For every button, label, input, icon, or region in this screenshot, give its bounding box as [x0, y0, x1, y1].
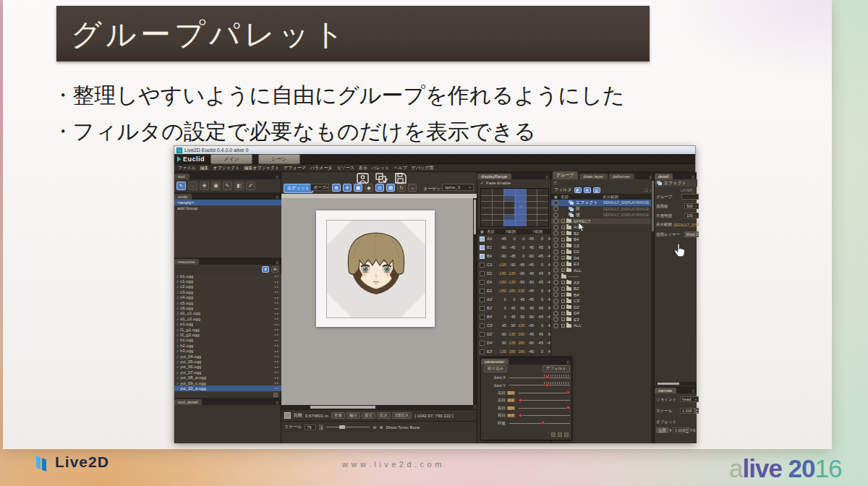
tool-icon[interactable]: ▣: [211, 182, 221, 190]
range-checkbox[interactable]: [480, 341, 485, 346]
resource-row[interactable]: ♪ yui_06.ogg ●●: [174, 364, 281, 370]
slider-handle[interactable]: [545, 375, 549, 379]
range-checkbox[interactable]: [480, 236, 485, 242]
tool-icon[interactable]: ↖: [176, 182, 186, 190]
add-group-icon[interactable]: ❏: [644, 187, 647, 192]
menu-item[interactable]: ヘルプ: [393, 165, 407, 171]
group-tree-row[interactable]: + E3: [551, 261, 652, 268]
display-range-row[interactable]: C3' 45 90 135 -45 0 45: [477, 321, 551, 330]
menu-item[interactable]: ファイル: [178, 165, 196, 171]
tab-scene[interactable]: シーン: [258, 154, 300, 164]
menu-item[interactable]: デフォーマ: [284, 165, 306, 171]
resource-row[interactable]: ♪ b1.ogg ●●: [174, 273, 281, 278]
panel-menu-icon[interactable]: ≡: [276, 175, 278, 179]
save-icon[interactable]: [394, 173, 407, 184]
tab-tool-detail[interactable]: tool_detail: [174, 399, 202, 405]
model-canvas[interactable]: [281, 198, 473, 405]
visibility-eye-icon[interactable]: [553, 304, 558, 310]
canvas-zoom-button[interactable]: 縮小: [346, 412, 360, 419]
menu-item[interactable]: パラメータ: [310, 165, 333, 171]
undo-list-item[interactable]: add Group: [174, 205, 281, 211]
menu-item[interactable]: パレット: [372, 165, 390, 171]
resource-row[interactable]: ♪ c6.ogg ●●: [174, 305, 281, 310]
group-tree-row[interactable]: + 後 DEFAULT_DISPLAYRANGE: [551, 212, 652, 218]
parameter-slider[interactable]: [509, 378, 570, 378]
display-range-row[interactable]: B4 -90 -45 0 -90 -45 -45: [477, 252, 551, 260]
group-tree-row[interactable]: + B4: [551, 236, 652, 243]
default-button[interactable]: デフォルト: [542, 365, 570, 372]
position-button[interactable]: 位置: [656, 427, 668, 433]
tab-parameter[interactable]: parameter: [481, 359, 509, 364]
toolbar-icon-button[interactable]: ⊕: [332, 184, 341, 192]
range-checkbox[interactable]: [480, 297, 485, 302]
filter-toggle-3[interactable]: ▤: [593, 187, 600, 193]
folder-icon[interactable]: [558, 432, 562, 437]
filter-toggle-2[interactable]: ⊞: [584, 187, 591, 193]
resource-row[interactable]: ♪ yui_04.ogg ●●: [174, 354, 281, 359]
narrow-down-button[interactable]: 絞り込み: [484, 365, 507, 372]
display-range-row[interactable]: D4' 90 135 180 -90 -45 -45: [477, 338, 551, 347]
menu-item[interactable]: 編集: [200, 165, 209, 171]
parameter-slider[interactable]: [509, 423, 570, 424]
range-link[interactable]: DEFAULT_DISPLA: [673, 223, 699, 227]
display-range-row[interactable]: D2 -180 -135 -90 45 45 90: [477, 269, 551, 278]
tab-detail[interactable]: detail: [655, 174, 673, 179]
range-grid-cell[interactable]: [503, 195, 514, 202]
visibility-eye-icon[interactable]: [553, 299, 558, 304]
display-range-row[interactable]: E3 -180 -180 -135 -45 0 45: [477, 286, 551, 295]
tool-icon[interactable]: ✐: [246, 182, 255, 190]
toolbar-icon-button[interactable]: ◆: [365, 184, 373, 192]
visibility-eye-icon[interactable]: [553, 268, 558, 273]
group-tree-row[interactable]: + E3': [551, 317, 652, 323]
edit-mode-button[interactable]: エディット: [284, 184, 313, 193]
tab-undo[interactable]: undo: [174, 194, 192, 200]
visibility-eye-icon[interactable]: [553, 225, 558, 230]
visibility-eye-icon[interactable]: [553, 250, 558, 255]
trash-icon[interactable]: [273, 393, 278, 397]
expander-icon[interactable]: +: [561, 293, 565, 297]
toolbar-icon-button[interactable]: ⊙: [375, 184, 384, 192]
range-checkbox[interactable]: [480, 323, 485, 328]
range-grid-cell[interactable]: [514, 201, 525, 208]
display-range-row[interactable]: C3 -135 -90 -45 -45 0 45: [477, 260, 551, 269]
expander-icon[interactable]: +: [561, 299, 565, 303]
group-tree-row[interactable]: + エフェクト DEFAULT_DISPLAYRANGE: [551, 200, 652, 206]
visibility-eye-icon[interactable]: [553, 274, 558, 279]
parameter-slider[interactable]: [519, 408, 570, 409]
canvas-zoom-button[interactable]: 原寸: [362, 412, 375, 419]
range-checkbox[interactable]: [480, 245, 485, 250]
list-view-button[interactable]: ≣: [262, 266, 269, 273]
tab-draw-layer[interactable]: draw layer: [579, 174, 608, 179]
scale-slider-thumb[interactable]: [339, 425, 345, 429]
undo-list-item[interactable]: <empty>: [174, 200, 281, 205]
parameter-row[interactable]: 右目 開閉: [481, 404, 573, 412]
model-icon[interactable]: [357, 173, 369, 184]
panel-menu-icon[interactable]: ≡: [276, 401, 278, 405]
tab-group[interactable]: グループ: [553, 171, 578, 179]
group-tree-row[interactable]: + 前 DEFAULT_DISPLAYRANGE: [551, 206, 652, 213]
visibility-eye-icon[interactable]: [553, 206, 558, 211]
canvas-scale-input[interactable]: 1.000: [680, 408, 694, 414]
display-range-row[interactable]: B2' 0 45 90 45 45 90: [477, 304, 551, 312]
visibility-eye-icon[interactable]: [553, 323, 558, 328]
visibility-eye-icon[interactable]: [553, 231, 558, 236]
tool-icon[interactable]: ◌: [188, 182, 197, 190]
slider-handle[interactable]: [545, 383, 549, 387]
range-checkbox[interactable]: [480, 332, 485, 337]
range-checkbox[interactable]: [480, 271, 485, 276]
group-tree-row[interactable]: + A3': [551, 280, 652, 286]
parameter-row[interactable]: 左目 変形: [481, 397, 573, 405]
menu-item[interactable]: デバッグ用: [412, 165, 434, 171]
group-tree-row[interactable]: + ALL': [551, 323, 652, 329]
parameter-row[interactable]: Joint Y: [481, 382, 573, 390]
display-range-row[interactable]: D2' 90 135 180 45 45 90: [477, 330, 551, 338]
filter-toggle-1[interactable]: ◩: [574, 187, 582, 193]
range-checkbox[interactable]: [480, 315, 485, 320]
pose-dropdown[interactable]: ポーズ▾: [310, 184, 329, 191]
draw-layer-button[interactable]: Root D: [684, 231, 699, 237]
group-tree-row[interactable]: + D2: [551, 249, 652, 255]
display-range-row[interactable]: A3 -45 0 0 -45 0 45: [477, 234, 551, 243]
visibility-eye-icon[interactable]: [553, 262, 558, 267]
window-titlebar[interactable]: Live2D Euclid 0.4.0.0 alive 0: [174, 146, 695, 154]
expander-icon[interactable]: +: [561, 219, 565, 223]
